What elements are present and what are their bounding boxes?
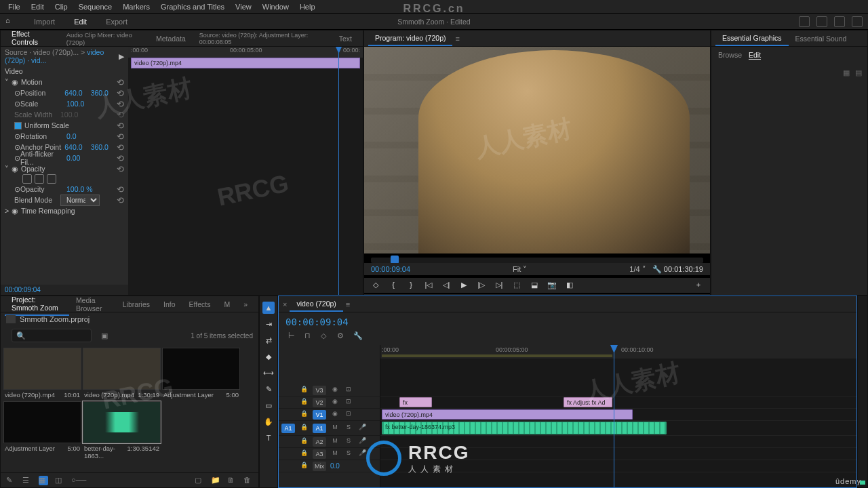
new-bin-icon[interactable]: 📁: [211, 476, 220, 485]
timeline-playhead[interactable]: [614, 345, 614, 487]
in-out-range[interactable]: [382, 354, 612, 357]
ess-edit[interactable]: Edit: [749, 51, 761, 60]
comparison-icon[interactable]: ◧: [565, 281, 574, 290]
lane-mix[interactable]: [380, 460, 856, 472]
program-timecode-left[interactable]: 00:00:09:04: [371, 265, 410, 273]
anchor-x[interactable]: 640.0: [64, 143, 90, 151]
tab-effects[interactable]: Effects: [182, 298, 218, 311]
play-icon[interactable]: ▶: [459, 281, 469, 290]
menu-window[interactable]: Window: [257, 1, 294, 12]
wrench-icon[interactable]: 🔧: [353, 331, 363, 341]
timeline-timecode[interactable]: 00:00:09:04: [285, 317, 349, 327]
zoom-slider[interactable]: ○──: [71, 476, 81, 485]
freeform-view-icon[interactable]: ◫: [55, 476, 64, 485]
scalew-reset-icon[interactable]: ⟲: [117, 110, 124, 120]
menu-edit[interactable]: Edit: [26, 1, 50, 12]
project-item[interactable]: Adjustment Layer5:00: [162, 348, 240, 400]
timeline-menu-icon[interactable]: ≡: [346, 300, 350, 308]
lock-icon[interactable]: 🔒: [299, 449, 309, 459]
mask-ellipse-icon[interactable]: [22, 174, 32, 184]
ess-layer-icon[interactable]: ▤: [855, 68, 862, 77]
ripple-tool-icon[interactable]: ⇄: [262, 334, 275, 346]
tab-audio-mixer[interactable]: Audio Clip Mixer: video (720p): [60, 28, 149, 49]
clip-adjustment[interactable]: fx Adjust fx Ad: [564, 397, 612, 407]
ws-edit[interactable]: Edit: [64, 15, 96, 28]
program-menu-icon[interactable]: ≡: [455, 35, 459, 43]
track-v1[interactable]: V1: [313, 410, 326, 420]
sync-lock-icon[interactable]: ⊡: [344, 398, 353, 407]
track-mix[interactable]: Mix: [313, 462, 326, 471]
sync-lock-icon[interactable]: ⊡: [344, 410, 353, 420]
razor-tool-icon[interactable]: ◆: [262, 350, 275, 363]
mute-icon[interactable]: M: [330, 424, 340, 433]
lane-a2[interactable]: [380, 436, 856, 448]
menu-graphics[interactable]: Graphics and Titles: [155, 1, 230, 12]
settings-icon[interactable]: ⚙: [337, 331, 347, 341]
tab-project[interactable]: Project: Smmoth Zoom: [5, 293, 69, 316]
wrench-icon[interactable]: 🔧: [652, 265, 662, 273]
project-item[interactable]: video (720p).mp410:01: [3, 348, 81, 400]
rotation-reset-icon[interactable]: ⟲: [117, 131, 124, 142]
mask-pen-icon[interactable]: [47, 174, 56, 184]
menu-sequence[interactable]: Sequence: [73, 1, 118, 12]
tab-essential-graphics[interactable]: Essential Graphics: [715, 31, 789, 46]
proj-pen-icon[interactable]: ✎: [6, 476, 16, 485]
clip-video[interactable]: video (720p).mp4: [382, 409, 633, 420]
scale-reset-icon[interactable]: ⟲: [117, 99, 124, 109]
track-v3[interactable]: V3: [313, 386, 326, 395]
home-icon[interactable]: ⌂: [5, 16, 16, 27]
slip-tool-icon[interactable]: ⟷: [262, 367, 275, 379]
uniform-reset-icon[interactable]: ⟲: [117, 121, 124, 131]
sync-icon[interactable]: [834, 16, 845, 27]
voice-rec-icon[interactable]: 🎤: [357, 437, 367, 447]
icon-view-icon[interactable]: ▦: [39, 476, 48, 485]
delete-icon[interactable]: 🗑: [243, 476, 253, 485]
add-marker-icon[interactable]: ◇: [371, 281, 380, 290]
lock-icon[interactable]: 🔒: [299, 410, 309, 420]
lock-icon[interactable]: 🔒: [299, 386, 309, 395]
fullscreen-icon[interactable]: [852, 16, 863, 27]
tab-info[interactable]: Info: [157, 298, 182, 311]
solo-icon[interactable]: S: [344, 424, 353, 433]
type-tool-icon[interactable]: T: [262, 432, 275, 444]
solo-icon[interactable]: S: [344, 449, 353, 459]
tab-markers-short[interactable]: M: [217, 298, 237, 311]
mark-in-icon[interactable]: {: [389, 281, 398, 290]
ec-timeremap-toggle[interactable]: >◉ Time Remapping: [1, 205, 128, 216]
lane-v2[interactable]: fx fx Adjust fx Ad: [380, 396, 856, 409]
menu-clip[interactable]: Clip: [50, 1, 73, 12]
project-item[interactable]: video (720p).mp41:30:19: [83, 348, 161, 400]
lock-icon[interactable]: 🔒: [299, 424, 309, 433]
solo-icon[interactable]: S: [344, 437, 353, 447]
antiflicker-value[interactable]: 0.00: [66, 154, 94, 162]
share-icon[interactable]: [816, 16, 827, 27]
export-frame-icon[interactable]: 📷: [547, 281, 557, 290]
ws-import[interactable]: Import: [24, 15, 64, 28]
list-view-icon[interactable]: ☰: [22, 476, 32, 485]
hand-tool-icon[interactable]: ✋: [262, 415, 275, 428]
tab-overflow[interactable]: »: [237, 298, 254, 311]
rotation-value[interactable]: 0.0: [66, 132, 94, 140]
mute-icon[interactable]: M: [330, 449, 340, 459]
antiflicker-reset-icon[interactable]: ⟲: [117, 153, 124, 163]
anchor-reset-icon[interactable]: ⟲: [117, 142, 124, 152]
uniform-scale-checkbox[interactable]: [14, 122, 22, 129]
bin-view-icon[interactable]: ▣: [101, 331, 108, 340]
lane-a3[interactable]: [380, 448, 856, 460]
ec-clip-bar[interactable]: video (720p).mp4: [131, 58, 360, 68]
ec-timeline[interactable]: :00:00 00:00:05:00 00:00: video (720p).m…: [128, 47, 363, 295]
tab-essential-sound[interactable]: Essential Sound: [789, 32, 854, 45]
blend-reset-icon[interactable]: ⟲: [117, 195, 124, 205]
lift-icon[interactable]: ⬚: [512, 281, 521, 290]
tab-text[interactable]: Text: [332, 32, 359, 45]
project-item[interactable]: Adjustment Layer5:00: [3, 401, 81, 461]
position-x[interactable]: 640.0: [64, 89, 90, 97]
menu-file[interactable]: File: [3, 1, 26, 12]
stopwatch-icon[interactable]: ⊙: [14, 185, 20, 193]
voice-rec-icon[interactable]: 🎤: [357, 449, 367, 459]
opacity-value[interactable]: 100.0 %: [66, 185, 94, 193]
toggle-output-icon[interactable]: ◉: [330, 410, 340, 420]
menu-view[interactable]: View: [230, 1, 257, 12]
ec-play-icon[interactable]: ▶: [119, 52, 124, 60]
blend-mode-select[interactable]: Normal: [60, 195, 100, 206]
